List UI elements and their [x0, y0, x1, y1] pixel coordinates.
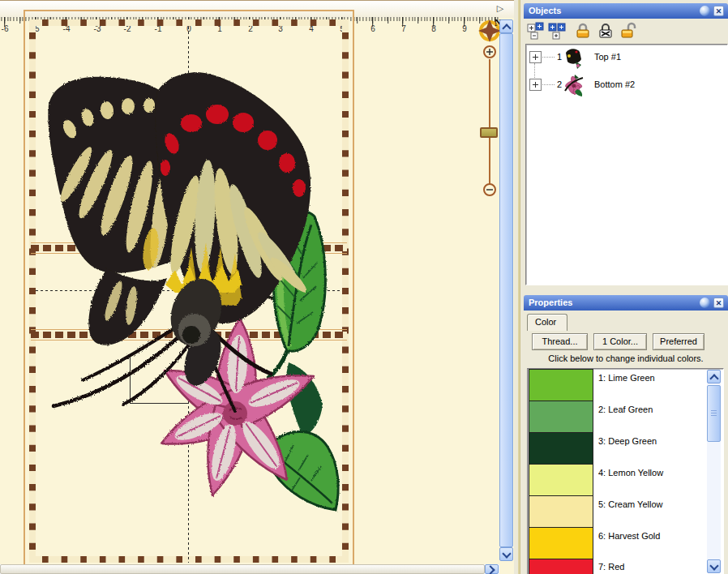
- close-icon[interactable]: ✕: [713, 298, 724, 308]
- measure-mark-vertical: [130, 354, 131, 403]
- ruler-label: 7: [396, 24, 412, 33]
- tree-collapse-icon[interactable]: [548, 22, 566, 40]
- canvas-horizontal-scroll-thumb[interactable]: [0, 564, 485, 574]
- close-icon[interactable]: ✕: [713, 6, 724, 16]
- tree-guide: [542, 57, 555, 58]
- color-swatch[interactable]: [529, 464, 593, 496]
- color-label[interactable]: 2: Leaf Green: [598, 405, 704, 414]
- objects-panel-title: Objects: [529, 6, 561, 15]
- object-thumbnail-flower[interactable]: [563, 73, 585, 97]
- tree-guide: [542, 84, 555, 85]
- color-swatch[interactable]: [529, 559, 593, 574]
- objects-panel-titlebar: Objects ✕: [524, 3, 728, 19]
- zoom-in-button[interactable]: [482, 45, 497, 59]
- hoop-boundary: [29, 19, 349, 563]
- panel-sphere-icon[interactable]: [700, 6, 710, 16]
- color-hint-text: Click below to change individual colors.: [524, 353, 728, 363]
- color-swatch-column: [529, 370, 593, 574]
- canvas-scroll-right-button[interactable]: [485, 564, 499, 574]
- tree-expand-icon[interactable]: [527, 22, 545, 40]
- color-list-scroll-up-button[interactable]: [707, 370, 721, 383]
- color-label[interactable]: 7: Red: [598, 562, 704, 572]
- chevron-up-icon: [502, 24, 511, 32]
- canvas-scroll-down-button[interactable]: [499, 547, 513, 561]
- objects-list: 1 Top #1 2: [525, 44, 728, 285]
- ruler-label: -6: [0, 24, 13, 33]
- collapse-panel-arrow-icon[interactable]: ▷: [495, 2, 506, 15]
- color-label[interactable]: 4: Lemon Yellow: [598, 468, 704, 478]
- zoom-out-button[interactable]: [482, 182, 497, 197]
- expand-toggle[interactable]: [529, 79, 542, 91]
- expand-toggle[interactable]: [529, 51, 542, 63]
- design-canvas: ▷ -6 -5 -4 -3 -2 -1 0 1 2 3 4 5 6 7 8 9: [0, 0, 516, 574]
- chevron-right-icon: [486, 565, 495, 574]
- chevron-down-icon: [709, 561, 718, 570]
- zoom-slider-track[interactable]: [489, 59, 490, 185]
- ruler-label: 8: [426, 24, 442, 33]
- color-swatch[interactable]: [529, 369, 593, 401]
- ruler-label: 9: [456, 24, 473, 33]
- color-label[interactable]: 1: Lime Green: [598, 373, 704, 383]
- hoop-split-line: [31, 242, 347, 254]
- color-swatch[interactable]: [529, 495, 593, 528]
- color-label[interactable]: 5: Cream Yellow: [598, 499, 704, 509]
- object-index: 2: [557, 79, 562, 89]
- ruler-label: 6: [365, 24, 381, 33]
- color-swatch[interactable]: [529, 401, 593, 433]
- chevron-down-icon: [502, 549, 511, 558]
- one-color-button[interactable]: 1 Color...: [593, 333, 647, 350]
- properties-panel-titlebar: Properties ✕: [524, 295, 728, 311]
- lock-open-icon[interactable]: [619, 22, 637, 40]
- objects-panel: Objects ✕: [524, 0, 728, 292]
- center-guide-vertical: [188, 27, 189, 563]
- center-guide-horizontal: [36, 290, 342, 291]
- thread-button[interactable]: Thread...: [532, 333, 588, 350]
- color-label[interactable]: 6: Harvest Gold: [598, 531, 704, 541]
- thumb-grip: [711, 410, 717, 411]
- panel-sphere-icon[interactable]: [700, 298, 710, 308]
- hoop-split-line: [31, 329, 347, 341]
- measure-mark-horizontal: [130, 403, 188, 404]
- color-swatch[interactable]: [529, 527, 593, 559]
- object-label[interactable]: Bottom #2: [594, 79, 635, 89]
- object-thumbnail-butterfly[interactable]: [563, 46, 585, 71]
- color-label[interactable]: 3: Deep Green: [598, 436, 704, 446]
- properties-panel-title: Properties: [529, 298, 572, 307]
- object-label[interactable]: Top #1: [594, 52, 621, 62]
- panel-splitter[interactable]: [514, 0, 524, 574]
- canvas-scroll-up-button[interactable]: [499, 19, 513, 33]
- color-swatch[interactable]: [529, 432, 593, 465]
- preferred-button[interactable]: Preferred: [653, 333, 704, 350]
- hoop-stitch-dashes: [29, 19, 349, 563]
- embroidery-editor-window: ▷ -6 -5 -4 -3 -2 -1 0 1 2 3 4 5 6 7 8 9: [0, 0, 728, 574]
- color-list-scroll-down-button[interactable]: [707, 559, 721, 573]
- lock-closed-icon[interactable]: [574, 22, 592, 40]
- canvas-vertical-scroll-thumb[interactable]: [499, 33, 513, 547]
- chevron-up-icon: [709, 374, 718, 383]
- tab-color[interactable]: Color: [527, 314, 567, 331]
- object-index: 1: [557, 52, 562, 62]
- zoom-slider-handle[interactable]: [480, 127, 498, 138]
- tree-guide: [534, 63, 535, 79]
- color-list-scroll-thumb[interactable]: [707, 385, 721, 442]
- lock-x-icon[interactable]: [597, 22, 615, 40]
